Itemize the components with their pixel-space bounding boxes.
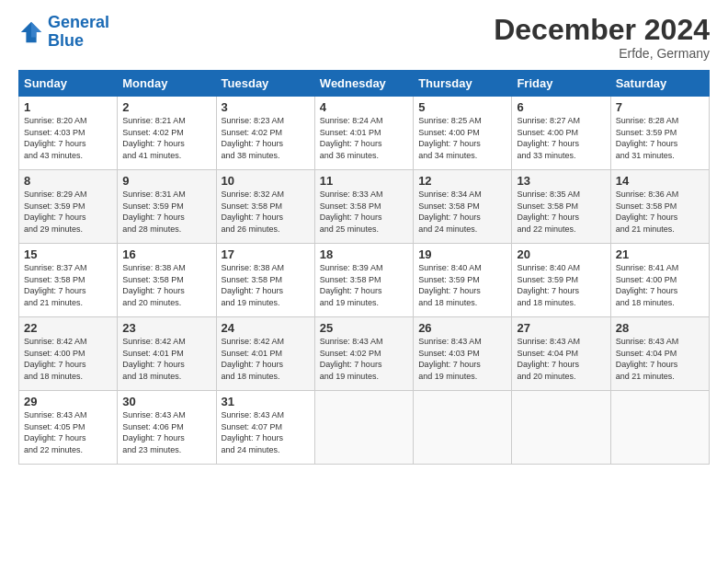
logo-line1: General xyxy=(48,13,109,31)
day-number: 22 xyxy=(24,321,112,335)
day-info: Sunrise: 8:23 AM Sunset: 4:02 PM Dayligh… xyxy=(222,115,310,161)
logo-line2: Blue xyxy=(48,31,84,50)
calendar-cell xyxy=(610,391,709,465)
calendar-week-5: 29Sunrise: 8:43 AM Sunset: 4:05 PM Dayli… xyxy=(19,391,710,465)
day-number: 2 xyxy=(122,100,210,114)
calendar-cell: 6Sunrise: 8:27 AM Sunset: 4:00 PM Daylig… xyxy=(512,97,610,170)
calendar-cell xyxy=(414,391,512,465)
day-info: Sunrise: 8:20 AM Sunset: 4:03 PM Dayligh… xyxy=(24,115,112,161)
calendar-cell: 27Sunrise: 8:43 AM Sunset: 4:04 PM Dayli… xyxy=(512,317,610,391)
day-info: Sunrise: 8:39 AM Sunset: 3:58 PM Dayligh… xyxy=(320,262,408,308)
calendar-cell: 12Sunrise: 8:34 AM Sunset: 3:58 PM Dayli… xyxy=(414,170,512,244)
day-info: Sunrise: 8:27 AM Sunset: 4:00 PM Dayligh… xyxy=(517,115,605,161)
day-number: 16 xyxy=(122,247,210,261)
calendar-header-tuesday: Tuesday xyxy=(216,71,314,97)
day-number: 20 xyxy=(517,247,605,261)
day-info: Sunrise: 8:41 AM Sunset: 4:00 PM Dayligh… xyxy=(616,262,704,308)
day-info: Sunrise: 8:33 AM Sunset: 3:58 PM Dayligh… xyxy=(320,189,408,235)
day-number: 31 xyxy=(222,395,310,408)
day-info: Sunrise: 8:25 AM Sunset: 4:00 PM Dayligh… xyxy=(418,115,506,161)
day-info: Sunrise: 8:34 AM Sunset: 3:58 PM Dayligh… xyxy=(418,189,506,235)
logo: General Blue xyxy=(18,14,109,51)
logo-icon xyxy=(18,19,44,45)
day-number: 11 xyxy=(320,174,408,188)
day-info: Sunrise: 8:40 AM Sunset: 3:59 PM Dayligh… xyxy=(517,262,605,308)
calendar-cell: 2Sunrise: 8:21 AM Sunset: 4:02 PM Daylig… xyxy=(118,97,216,170)
day-info: Sunrise: 8:40 AM Sunset: 3:59 PM Dayligh… xyxy=(418,262,506,308)
calendar-cell: 14Sunrise: 8:36 AM Sunset: 3:58 PM Dayli… xyxy=(610,170,709,244)
calendar-cell: 26Sunrise: 8:43 AM Sunset: 4:03 PM Dayli… xyxy=(414,317,512,391)
day-number: 17 xyxy=(222,247,310,261)
calendar-cell: 8Sunrise: 8:29 AM Sunset: 3:59 PM Daylig… xyxy=(19,170,118,244)
day-number: 27 xyxy=(517,321,605,335)
calendar-cell: 3Sunrise: 8:23 AM Sunset: 4:02 PM Daylig… xyxy=(216,97,314,170)
day-number: 12 xyxy=(418,174,506,188)
calendar-header-wednesday: Wednesday xyxy=(314,71,413,97)
header: General Blue December 2024 Erfde, German… xyxy=(18,14,710,61)
day-number: 15 xyxy=(24,247,112,261)
day-number: 3 xyxy=(222,100,310,114)
day-number: 6 xyxy=(517,100,605,114)
day-info: Sunrise: 8:37 AM Sunset: 3:58 PM Dayligh… xyxy=(24,262,112,308)
day-number: 9 xyxy=(122,174,210,188)
logo-text: General Blue xyxy=(48,14,109,51)
calendar-cell: 24Sunrise: 8:42 AM Sunset: 4:01 PM Dayli… xyxy=(216,317,314,391)
calendar-week-3: 15Sunrise: 8:37 AM Sunset: 3:58 PM Dayli… xyxy=(19,244,710,317)
day-number: 24 xyxy=(222,321,310,335)
month-title: December 2024 xyxy=(494,14,710,46)
day-number: 28 xyxy=(616,321,704,335)
page: General Blue December 2024 Erfde, German… xyxy=(0,0,728,563)
day-number: 26 xyxy=(418,321,506,335)
calendar-header-saturday: Saturday xyxy=(610,71,709,97)
calendar-week-4: 22Sunrise: 8:42 AM Sunset: 4:00 PM Dayli… xyxy=(19,317,710,391)
day-number: 13 xyxy=(517,174,605,188)
day-info: Sunrise: 8:42 AM Sunset: 4:00 PM Dayligh… xyxy=(24,336,112,382)
day-info: Sunrise: 8:21 AM Sunset: 4:02 PM Dayligh… xyxy=(122,115,210,161)
calendar-cell: 30Sunrise: 8:43 AM Sunset: 4:06 PM Dayli… xyxy=(118,391,216,465)
day-number: 1 xyxy=(24,100,112,114)
day-number: 5 xyxy=(418,100,506,114)
calendar-cell: 13Sunrise: 8:35 AM Sunset: 3:58 PM Dayli… xyxy=(512,170,610,244)
calendar-cell: 10Sunrise: 8:32 AM Sunset: 3:58 PM Dayli… xyxy=(216,170,314,244)
day-info: Sunrise: 8:43 AM Sunset: 4:06 PM Dayligh… xyxy=(122,409,210,455)
calendar-week-1: 1Sunrise: 8:20 AM Sunset: 4:03 PM Daylig… xyxy=(19,97,710,170)
calendar-cell: 11Sunrise: 8:33 AM Sunset: 3:58 PM Dayli… xyxy=(314,170,413,244)
subtitle: Erfde, Germany xyxy=(494,46,710,61)
calendar-cell: 31Sunrise: 8:43 AM Sunset: 4:07 PM Dayli… xyxy=(216,391,314,465)
day-info: Sunrise: 8:38 AM Sunset: 3:58 PM Dayligh… xyxy=(122,262,210,308)
day-number: 14 xyxy=(616,174,704,188)
calendar-header-row: SundayMondayTuesdayWednesdayThursdayFrid… xyxy=(19,71,710,97)
calendar-cell: 7Sunrise: 8:28 AM Sunset: 3:59 PM Daylig… xyxy=(610,97,709,170)
day-number: 18 xyxy=(320,247,408,261)
title-block: December 2024 Erfde, Germany xyxy=(494,14,710,61)
day-info: Sunrise: 8:43 AM Sunset: 4:04 PM Dayligh… xyxy=(517,336,605,382)
day-info: Sunrise: 8:43 AM Sunset: 4:04 PM Dayligh… xyxy=(616,336,704,382)
calendar-header-thursday: Thursday xyxy=(414,71,512,97)
calendar-cell: 20Sunrise: 8:40 AM Sunset: 3:59 PM Dayli… xyxy=(512,244,610,317)
calendar-cell: 17Sunrise: 8:38 AM Sunset: 3:58 PM Dayli… xyxy=(216,244,314,317)
day-info: Sunrise: 8:42 AM Sunset: 4:01 PM Dayligh… xyxy=(122,336,210,382)
day-number: 25 xyxy=(320,321,408,335)
day-info: Sunrise: 8:24 AM Sunset: 4:01 PM Dayligh… xyxy=(320,115,408,161)
day-info: Sunrise: 8:43 AM Sunset: 4:07 PM Dayligh… xyxy=(222,409,310,455)
calendar-week-2: 8Sunrise: 8:29 AM Sunset: 3:59 PM Daylig… xyxy=(19,170,710,244)
calendar-table: SundayMondayTuesdayWednesdayThursdayFrid… xyxy=(18,70,710,465)
day-info: Sunrise: 8:32 AM Sunset: 3:58 PM Dayligh… xyxy=(222,189,310,235)
calendar-header-friday: Friday xyxy=(512,71,610,97)
day-info: Sunrise: 8:31 AM Sunset: 3:59 PM Dayligh… xyxy=(122,189,210,235)
calendar-cell: 5Sunrise: 8:25 AM Sunset: 4:00 PM Daylig… xyxy=(414,97,512,170)
calendar-cell xyxy=(314,391,413,465)
calendar-cell: 28Sunrise: 8:43 AM Sunset: 4:04 PM Dayli… xyxy=(610,317,709,391)
day-number: 8 xyxy=(24,174,112,188)
calendar-cell: 15Sunrise: 8:37 AM Sunset: 3:58 PM Dayli… xyxy=(19,244,118,317)
day-info: Sunrise: 8:43 AM Sunset: 4:03 PM Dayligh… xyxy=(418,336,506,382)
day-info: Sunrise: 8:36 AM Sunset: 3:58 PM Dayligh… xyxy=(616,189,704,235)
day-info: Sunrise: 8:35 AM Sunset: 3:58 PM Dayligh… xyxy=(517,189,605,235)
svg-marker-1 xyxy=(31,22,41,38)
calendar-cell: 19Sunrise: 8:40 AM Sunset: 3:59 PM Dayli… xyxy=(414,244,512,317)
calendar-cell: 18Sunrise: 8:39 AM Sunset: 3:58 PM Dayli… xyxy=(314,244,413,317)
calendar-cell: 9Sunrise: 8:31 AM Sunset: 3:59 PM Daylig… xyxy=(118,170,216,244)
day-info: Sunrise: 8:43 AM Sunset: 4:02 PM Dayligh… xyxy=(320,336,408,382)
calendar-header-monday: Monday xyxy=(118,71,216,97)
calendar-cell: 16Sunrise: 8:38 AM Sunset: 3:58 PM Dayli… xyxy=(118,244,216,317)
